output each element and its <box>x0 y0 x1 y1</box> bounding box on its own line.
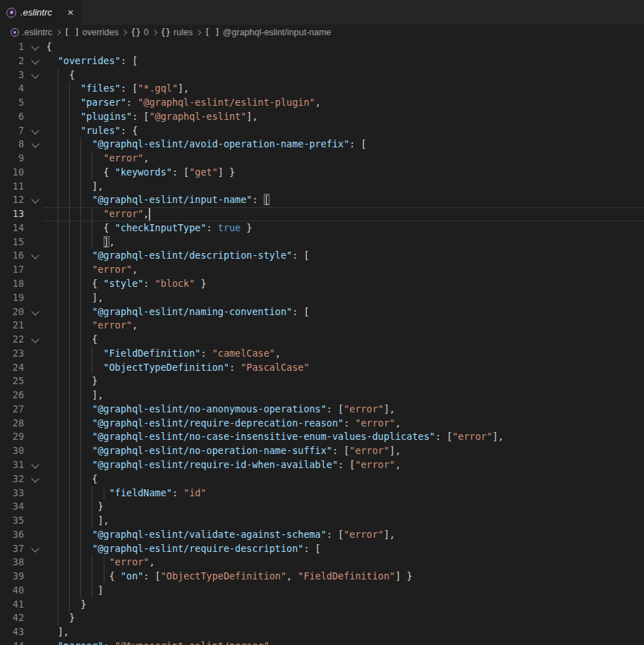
code-line-34[interactable]: 34 } <box>0 500 644 514</box>
code-line-36[interactable]: 36 "@graphql-eslint/validate-against-sch… <box>0 528 644 542</box>
code-line-28[interactable]: 28 "@graphql-eslint/require-deprecation-… <box>0 417 644 431</box>
token: , <box>143 152 149 164</box>
code-editor[interactable]: 1{2 "overrides": [3 {4 "files": ["*.gql"… <box>0 40 644 645</box>
token: "ObjectTypeDefinition" <box>104 362 229 373</box>
code-line-27[interactable]: 27 "@graphql-eslint/no-anonymous-operati… <box>0 403 644 417</box>
line-number: 3 <box>0 68 24 82</box>
code-line-30[interactable]: 30 "@graphql-eslint/no-operation-name-su… <box>0 444 644 458</box>
line-number: 32 <box>0 472 24 486</box>
code-line-26[interactable]: 26 ], <box>0 388 644 403</box>
code-text: "@graphql-eslint/require-deprecation-rea… <box>47 417 401 431</box>
fold-chevron-down-icon[interactable] <box>31 42 39 50</box>
code-line-29[interactable]: 29 "@graphql-eslint/no-case-insensitive-… <box>0 430 644 444</box>
fold-chevron-down-icon[interactable] <box>31 460 39 468</box>
tab-eslintrc[interactable]: .eslintrc ✕ <box>0 0 81 25</box>
token: ] } <box>218 166 235 178</box>
code-line-23[interactable]: 23 "FieldDefinition": "camelCase", <box>0 347 644 361</box>
code-line-39[interactable]: 39 { "on": ["ObjectTypeDefinition", "Fie… <box>0 570 644 584</box>
code-text: } <box>47 374 98 388</box>
code-line-11[interactable]: 11 ], <box>0 180 644 194</box>
code-line-1[interactable]: 1{ <box>0 40 644 54</box>
breadcrumb-item--eslintrc[interactable]: .eslintrc <box>11 27 52 37</box>
code-line-15[interactable]: 15 ], <box>0 235 644 250</box>
token: "files" <box>80 82 121 94</box>
code-line-42[interactable]: 42 } <box>0 611 644 625</box>
code-line-8[interactable]: 8 "@graphql-eslint/avoid-operation-name-… <box>0 137 644 152</box>
code-line-37[interactable]: 37 "@graphql-eslint/require-description"… <box>0 542 644 556</box>
bracket-match: ] <box>104 236 109 247</box>
code-line-3[interactable]: 3 { <box>0 68 644 82</box>
fold-chevron-down-icon[interactable] <box>31 70 39 78</box>
code-line-41[interactable]: 41 } <box>0 598 644 612</box>
code-line-7[interactable]: 7 "rules": { <box>0 124 644 138</box>
token: "error" <box>104 208 144 219</box>
code-line-14[interactable]: 14 { "checkInputType": true } <box>0 221 644 235</box>
line-number: 18 <box>0 277 24 291</box>
code-line-32[interactable]: 32 { <box>0 472 644 486</box>
code-text: "files": ["*.gql"], <box>47 82 190 96</box>
code-line-5[interactable]: 5 "parser": "@graphql-eslint/eslint-plug… <box>0 96 644 110</box>
code-line-20[interactable]: 20 "@graphql-eslint/naming-convention": … <box>0 305 644 319</box>
code-line-35[interactable]: 35 ], <box>0 514 644 528</box>
token <box>47 152 104 164</box>
breadcrumb-item-overrides[interactable]: [ ]overrides <box>64 27 119 37</box>
breadcrumb: .eslintrc[ ]overrides{}0{}rules[ ]@graph… <box>0 25 644 40</box>
code-line-21[interactable]: 21 "error", <box>0 319 644 333</box>
code-line-17[interactable]: 17 "error", <box>0 263 644 277</box>
code-line-25[interactable]: 25 } <box>0 374 644 388</box>
fold-chevron-down-icon[interactable] <box>31 474 39 482</box>
token: "error" <box>349 445 389 456</box>
fold-chevron-down-icon[interactable] <box>31 307 39 315</box>
code-line-22[interactable]: 22 { <box>0 333 644 347</box>
token <box>47 236 104 247</box>
fold-chevron-down-icon[interactable] <box>31 335 39 343</box>
code-line-16[interactable]: 16 "@graphql-eslint/description-style": … <box>0 249 644 263</box>
line-number: 21 <box>0 319 24 333</box>
token: : <box>344 417 355 429</box>
code-line-38[interactable]: 38 "error", <box>0 555 644 570</box>
code-line-19[interactable]: 19 ], <box>0 291 644 305</box>
code-line-40[interactable]: 40 ] <box>0 584 644 598</box>
code-line-18[interactable]: 18 { "style": "block" } <box>0 277 644 291</box>
code-line-12[interactable]: 12 "@graphql-eslint/input-name": [ <box>0 193 644 207</box>
line-number: 29 <box>0 430 24 444</box>
code-line-13[interactable]: 13 "error", <box>0 207 644 221</box>
code-line-9[interactable]: 9 "error", <box>0 152 644 166</box>
token: "ObjectTypeDefinition" <box>161 570 286 582</box>
line-number: 11 <box>0 180 24 194</box>
token <box>47 82 81 94</box>
code-text: ], <box>47 514 109 528</box>
fold-chevron-down-icon[interactable] <box>31 140 39 148</box>
code-line-6[interactable]: 6 "plugins": ["@graphql-eslint"], <box>0 110 644 124</box>
token: { <box>47 69 75 80</box>
code-text: "@graphql-eslint/avoid-operation-name-pr… <box>47 137 367 152</box>
token: , <box>395 459 401 470</box>
close-icon[interactable]: ✕ <box>66 7 75 18</box>
breadcrumb-item-0[interactable]: {}0 <box>130 27 148 37</box>
fold-chevron-down-icon[interactable] <box>31 544 39 552</box>
code-line-24[interactable]: 24 "ObjectTypeDefinition": "PascalCase" <box>0 361 644 375</box>
code-line-44[interactable]: 44 "parser": "@typescript-eslint/parser"… <box>0 639 644 645</box>
code-text: "@graphql-eslint/no-operation-name-suffi… <box>47 444 401 458</box>
breadcrumb-item-rules[interactable]: {}rules <box>161 27 193 37</box>
line-number: 35 <box>0 514 24 528</box>
breadcrumb-item--graphql-eslint-input-name[interactable]: [ ]@graphql-eslint/input-name <box>205 27 331 37</box>
code-line-4[interactable]: 4 "files": ["*.gql"], <box>0 82 644 96</box>
fold-chevron-down-icon[interactable] <box>31 56 39 64</box>
fold-chevron-down-icon[interactable] <box>31 196 39 204</box>
token: "on" <box>121 570 143 582</box>
line-number: 17 <box>0 263 24 277</box>
code-line-31[interactable]: 31 "@graphql-eslint/require-id-when-avai… <box>0 458 644 472</box>
fold-chevron-down-icon[interactable] <box>31 252 39 259</box>
code-line-2[interactable]: 2 "overrides": [ <box>0 54 644 68</box>
breadcrumb-label: 0 <box>144 27 149 37</box>
token: "@graphql-eslint/input-name" <box>92 194 252 205</box>
token <box>47 97 81 108</box>
code-line-33[interactable]: 33 "fieldName": "id" <box>0 486 644 500</box>
code-line-10[interactable]: 10 { "keywords": ["get"] } <box>0 166 644 180</box>
code-text: } <box>47 611 75 625</box>
chevron-right-icon <box>55 30 61 35</box>
code-line-43[interactable]: 43 ], <box>0 625 644 639</box>
breadcrumb-label: rules <box>174 27 193 37</box>
fold-chevron-down-icon[interactable] <box>31 126 39 134</box>
